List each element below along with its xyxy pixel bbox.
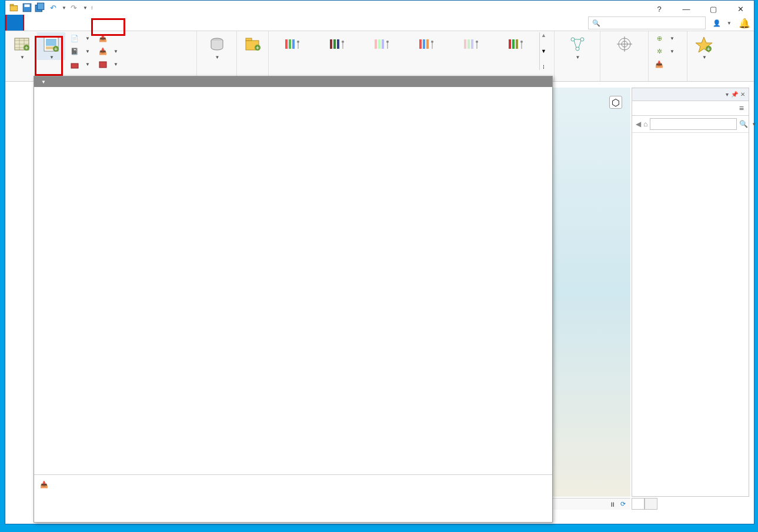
svg-rect-15: [99, 62, 106, 68]
notes-icon: [418, 35, 437, 53]
home-icon[interactable]: ⌂: [643, 120, 647, 128]
tab-edit[interactable]: [90, 15, 106, 31]
tab-view[interactable]: [74, 15, 90, 31]
redo-dropdown[interactable]: ▼: [83, 5, 88, 11]
tab-imagery[interactable]: [106, 15, 123, 31]
save-icon[interactable]: [22, 2, 32, 13]
svg-point-28: [342, 41, 344, 43]
svg-rect-23: [292, 39, 295, 49]
svg-rect-29: [375, 39, 377, 49]
svg-rect-22: [289, 39, 291, 49]
catalog-search-input[interactable]: [650, 118, 737, 130]
styles-import-button[interactable]: 📥: [651, 58, 684, 71]
pastel-map-notes-button[interactable]: [450, 32, 495, 55]
back-icon[interactable]: ◀: [636, 120, 641, 128]
svg-rect-33: [419, 39, 422, 49]
import-layout-file[interactable]: 📥: [34, 477, 552, 491]
new-layout-icon: +: [42, 35, 61, 53]
gallery-down-icon[interactable]: ▼: [540, 48, 547, 54]
bottom-tab-catalog[interactable]: [632, 498, 645, 510]
qat-customize[interactable]: ⁞: [91, 5, 93, 11]
svg-text:+: +: [25, 45, 28, 51]
svg-rect-37: [464, 39, 466, 49]
new-notebook-button[interactable]: 📓▼: [66, 45, 94, 58]
import-map-icon: 📥: [98, 34, 108, 44]
svg-text:+: +: [54, 46, 58, 52]
add-folder-button[interactable]: +: [239, 32, 266, 55]
link-chart-icon: [568, 35, 587, 53]
tab-map[interactable]: [24, 15, 41, 31]
add-item-button[interactable]: + ▼: [690, 32, 718, 60]
gallery-up-icon[interactable]: ▲: [540, 32, 547, 38]
new-report-button[interactable]: 📄▼: [66, 32, 94, 45]
bottom-tab-symbology[interactable]: [645, 498, 657, 510]
navigator-icon[interactable]: ⬡: [609, 96, 622, 109]
svg-rect-5: [38, 3, 44, 9]
distance-direction-button[interactable]: [603, 32, 646, 55]
import-icon: 📥: [655, 60, 664, 69]
svg-rect-43: [516, 39, 518, 49]
redo-icon[interactable]: ↷: [69, 2, 79, 13]
quick-access-toolbar: ↶ ▼ ↷ ▼ ⁞: [5, 1, 754, 15]
undo-dropdown[interactable]: ▼: [62, 5, 66, 11]
pane-options-icon[interactable]: ▾: [726, 91, 729, 98]
styles-add-button[interactable]: ⊕▼: [651, 32, 684, 45]
redgreen-map-notes-button[interactable]: [495, 32, 539, 55]
bright-map-notes-button[interactable]: [271, 32, 316, 55]
tab-analysis[interactable]: [57, 15, 74, 31]
notes-icon: [329, 35, 348, 53]
toolbox-icon: [70, 60, 79, 69]
svg-rect-39: [471, 39, 473, 49]
notification-icon[interactable]: 🔔: [739, 18, 750, 29]
import-icon: 📥: [40, 481, 48, 488]
svg-rect-21: [285, 39, 288, 49]
connections-button[interactable]: ▼: [199, 32, 234, 60]
import-layout-button[interactable]: 📥▼: [95, 45, 122, 58]
svg-point-44: [520, 41, 523, 43]
pane-close-icon[interactable]: ✕: [740, 91, 745, 98]
signin-button[interactable]: 👤 ▼: [709, 19, 735, 27]
svg-rect-35: [426, 39, 429, 49]
svg-rect-18: [246, 38, 252, 41]
catalog-menu-icon[interactable]: ≡: [739, 103, 744, 113]
tab-share[interactable]: [123, 15, 139, 31]
task-icon: [98, 60, 108, 69]
select-page-from-printer[interactable]: [34, 506, 552, 520]
new-map-button[interactable]: + ▼: [8, 32, 36, 60]
pause-icon[interactable]: ⏸: [609, 501, 616, 508]
toolbox-button[interactable]: ▼: [66, 58, 94, 71]
new-icon: ✲: [655, 47, 664, 56]
dark-map-notes-button[interactable]: [316, 32, 360, 55]
notes-icon: [507, 35, 526, 53]
undo-icon[interactable]: ↶: [48, 2, 58, 13]
gallery-filter[interactable]: ▼: [34, 76, 552, 87]
paired-map-notes-button[interactable]: [405, 32, 450, 55]
svg-rect-41: [509, 39, 511, 49]
task-button[interactable]: ▼: [95, 58, 122, 71]
search-icon[interactable]: 🔍: [739, 120, 748, 128]
custom-page-size[interactable]: [34, 491, 552, 506]
svg-rect-10: [46, 39, 56, 46]
styles-new-button[interactable]: ✲▼: [651, 45, 684, 58]
svg-rect-14: [71, 63, 78, 68]
new-link-chart-button[interactable]: ▼: [557, 32, 597, 60]
open-icon[interactable]: [9, 2, 19, 13]
tab-insert[interactable]: [41, 15, 57, 31]
gallery-more-icon[interactable]: ⁞: [540, 64, 547, 70]
light-map-notes-button[interactable]: [360, 32, 405, 55]
new-layout-gallery: ▼ 📥: [34, 76, 553, 523]
svg-rect-42: [512, 39, 515, 49]
svg-rect-31: [382, 39, 384, 49]
svg-rect-3: [25, 4, 30, 7]
command-search[interactable]: 🔍: [588, 16, 706, 29]
pane-pin-icon[interactable]: 📌: [731, 91, 738, 98]
ribbon-tabs: 🔍 👤 ▼ 🔔: [5, 15, 754, 31]
save-all-icon[interactable]: [35, 2, 45, 13]
catalog-pane: ▾ 📌 ✕ ≡ ◀ ⌂ 🔍 ▼: [632, 88, 749, 497]
import-map-button[interactable]: 📥: [95, 32, 122, 45]
svg-rect-1: [10, 4, 14, 5]
refresh-icon[interactable]: ⟳: [620, 500, 626, 508]
new-layout-button[interactable]: + ▼: [37, 32, 65, 60]
connections-icon: [208, 35, 226, 53]
tab-project[interactable]: [5, 15, 24, 31]
